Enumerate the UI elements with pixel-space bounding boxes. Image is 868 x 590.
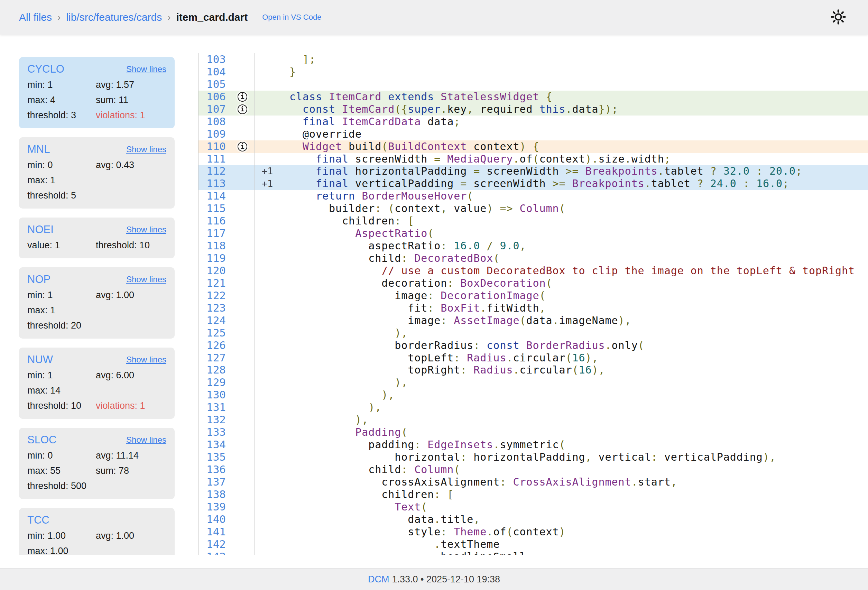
complexity-annotation xyxy=(255,314,280,327)
line-number: 107 xyxy=(198,103,230,115)
complexity-annotation xyxy=(255,513,280,526)
dcm-link[interactable]: DCM xyxy=(368,574,390,584)
code-text: child: Column( xyxy=(280,463,868,476)
code-text: Padding( xyxy=(280,426,868,438)
theme-toggle-button[interactable] xyxy=(830,9,847,25)
icon-gutter xyxy=(230,215,255,227)
stat-row: threshold: 5 xyxy=(27,188,166,203)
code-text xyxy=(280,78,868,91)
line-number: 122 xyxy=(198,289,230,302)
icon-gutter xyxy=(230,339,255,352)
line-number: 120 xyxy=(198,264,230,277)
stat-violations: violations: 1 xyxy=(96,400,166,411)
icon-gutter xyxy=(230,53,255,66)
code-line: 126 borderRadius: const BorderRadius.onl… xyxy=(198,339,868,352)
line-number: 139 xyxy=(198,501,230,513)
metric-card-header: NOEIShow lines xyxy=(27,222,166,237)
stat-violations: violations: 1 xyxy=(96,110,166,121)
code-text: topRight: Radius.circular(16), xyxy=(280,364,868,376)
complexity-annotation xyxy=(255,202,280,215)
stat-row: max: 4sum: 11 xyxy=(27,92,166,108)
code-text: Text( xyxy=(280,501,868,513)
complexity-annotation xyxy=(255,476,280,488)
icon-gutter xyxy=(230,451,255,463)
stat-sum: sum: 78 xyxy=(96,466,166,476)
breadcrumb-link[interactable]: All files xyxy=(19,12,52,23)
metric-card-mnl[interactable]: MNLShow linesmin: 0avg: 0.43max: 1thresh… xyxy=(19,137,175,208)
code-line: 103 ]; xyxy=(198,53,868,66)
complexity-annotation xyxy=(255,414,280,426)
code-line: 108 final ItemCardData data; xyxy=(198,115,868,128)
code-line: 115 builder: (context, value) => Column( xyxy=(198,202,868,215)
complexity-annotation xyxy=(255,451,280,463)
stat-row: max: 1 xyxy=(27,173,166,188)
line-number: 140 xyxy=(198,513,230,526)
icon-gutter xyxy=(230,364,255,376)
stat-min: min: 1 xyxy=(27,290,96,301)
show-lines-link[interactable]: Show lines xyxy=(126,145,166,154)
complexity-annotation xyxy=(255,438,280,451)
show-lines-link[interactable]: Show lines xyxy=(126,64,166,74)
icon-gutter xyxy=(230,401,255,414)
icon-gutter xyxy=(230,513,255,526)
complexity-annotation xyxy=(255,140,280,153)
code-text: class ItemCard extends StatelessWidget { xyxy=(280,91,868,103)
line-number: 118 xyxy=(198,240,230,252)
stat-row: value: 1threshold: 10 xyxy=(27,237,166,253)
info-icon[interactable]: i xyxy=(238,142,247,152)
code-text: builder: (context, value) => Column( xyxy=(280,202,868,215)
stat-min: min: 0 xyxy=(27,450,96,461)
show-lines-link[interactable]: Show lines xyxy=(126,274,166,284)
stat-row: max: 1 xyxy=(27,302,166,318)
metric-card-noei[interactable]: NOEIShow linesvalue: 1threshold: 10 xyxy=(19,218,175,258)
metrics-sidebar: CYCLOShow linesmin: 1avg: 1.57max: 4sum:… xyxy=(19,57,175,555)
complexity-annotation xyxy=(255,501,280,513)
show-lines-link[interactable]: Show lines xyxy=(126,435,166,445)
line-number: 134 xyxy=(198,438,230,451)
icon-gutter xyxy=(230,463,255,476)
code-line: 142 .textTheme xyxy=(198,538,868,550)
code-line: 139 Text( xyxy=(198,501,868,513)
code-text: AspectRatio( xyxy=(280,227,868,240)
icon-gutter xyxy=(230,538,255,550)
metric-card-cyclo[interactable]: CYCLOShow linesmin: 1avg: 1.57max: 4sum:… xyxy=(19,57,175,128)
line-number: 108 xyxy=(198,115,230,128)
code-text: ), xyxy=(280,401,868,414)
icon-gutter xyxy=(230,438,255,451)
breadcrumb-link[interactable]: lib/src/features/cards xyxy=(66,12,162,23)
stat-value: value: 1 xyxy=(27,240,96,251)
line-number: 133 xyxy=(198,426,230,438)
stat-row: min: 0avg: 11.14 xyxy=(27,448,166,463)
breadcrumb: All files›lib/src/features/cards›item_ca… xyxy=(19,12,248,23)
metric-card-nuw[interactable]: NUWShow linesmin: 1avg: 6.00max: 14thres… xyxy=(19,348,175,419)
info-icon[interactable]: i xyxy=(238,92,247,102)
code-line: 127 topLeft: Radius.circular(16), xyxy=(198,352,868,364)
code-text: @override xyxy=(280,128,868,140)
code-line: 119 child: DecoratedBox( xyxy=(198,252,868,264)
metric-card-tcc[interactable]: TCCmin: 1.00avg: 1.00max: 1.00 xyxy=(19,508,175,555)
line-number: 128 xyxy=(198,364,230,376)
show-lines-link[interactable]: Show lines xyxy=(126,355,166,364)
stat-threshold: threshold: 10 xyxy=(27,400,96,411)
open-in-vscode-link[interactable]: Open in VS Code xyxy=(262,13,321,22)
code-text: child: DecoratedBox( xyxy=(280,252,868,264)
code-line: 113+1 final verticalPadding = screenWidt… xyxy=(198,177,868,190)
stat-min: min: 1 xyxy=(27,80,96,90)
icon-gutter xyxy=(230,352,255,364)
info-icon[interactable]: i xyxy=(238,105,247,114)
complexity-annotation xyxy=(255,352,280,364)
code-line: 141 style: Theme.of(context) xyxy=(198,526,868,538)
stat-threshold: threshold: 10 xyxy=(96,240,166,251)
code-text: const ItemCard({super.key, required this… xyxy=(280,103,868,115)
metric-card-sloc[interactable]: SLOCShow linesmin: 0avg: 11.14max: 55sum… xyxy=(19,428,175,499)
complexity-annotation xyxy=(255,277,280,289)
code-line: 118 aspectRatio: 16.0 / 9.0, xyxy=(198,240,868,252)
code-text: ), xyxy=(280,389,868,401)
icon-gutter xyxy=(230,476,255,488)
stat-avg: avg: 11.14 xyxy=(96,450,166,461)
complexity-annotation xyxy=(255,327,280,339)
line-number: 114 xyxy=(198,190,230,202)
show-lines-link[interactable]: Show lines xyxy=(126,225,166,235)
complexity-annotation xyxy=(255,426,280,438)
metric-card-nop[interactable]: NOPShow linesmin: 1avg: 1.00max: 1thresh… xyxy=(19,267,175,339)
